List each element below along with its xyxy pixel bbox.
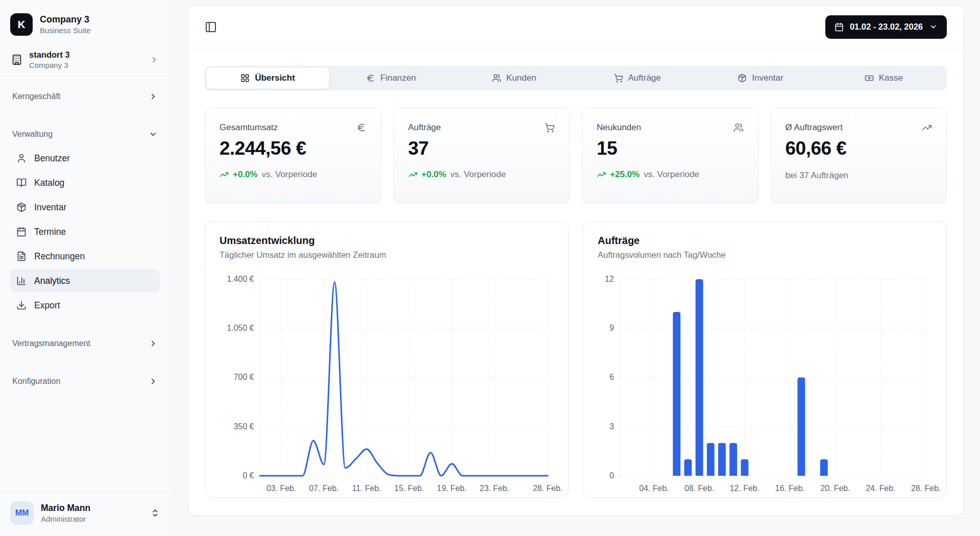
kpi-trend-value: +0.0% — [422, 169, 447, 180]
sidebar-item-label: Rechnungen — [34, 251, 85, 262]
svg-text:6: 6 — [609, 373, 614, 381]
package-icon — [738, 74, 747, 83]
sidebar: K Company 3 Business Suite standort 3 Co… — [0, 0, 170, 536]
svg-text:08. Feb.: 08. Feb. — [684, 484, 714, 493]
sidebar-toggle-button[interactable] — [205, 21, 217, 33]
orders-bar-chart: 03691204. Feb.08. Feb.12. Feb.16. Feb.20… — [598, 271, 932, 494]
svg-text:23. Feb.: 23. Feb. — [480, 484, 509, 493]
user-icon — [16, 153, 27, 163]
svg-text:28. Feb.: 28. Feb. — [533, 484, 562, 493]
location-company: Company 3 — [29, 61, 70, 69]
trending-up-icon — [922, 123, 932, 133]
euro-icon — [356, 123, 366, 133]
sidebar-item-label: Inventar — [34, 202, 66, 213]
location-switcher[interactable]: standort 3 Company 3 — [10, 49, 160, 70]
svg-text:0: 0 — [609, 471, 614, 480]
revenue-chart-card: Umsatzentwicklung Täglicher Umsatz im au… — [205, 221, 569, 498]
company-logo: K — [10, 13, 33, 36]
user-name: Mario Mann — [41, 503, 90, 514]
kpi-card-neukunden: Neukunden 15 +25.0% vs. Vorperiode — [582, 108, 758, 204]
banknote-icon — [865, 74, 874, 83]
sidebar-section-vertragsmanagement[interactable]: Vertragsmanagement — [10, 332, 160, 355]
svg-text:24. Feb.: 24. Feb. — [866, 484, 895, 493]
sidebar-item-label: Analytics — [34, 276, 70, 286]
charts-row: Umsatzentwicklung Täglicher Umsatz im au… — [205, 221, 947, 498]
main-area: 01.02 - 23.02, 2026 Übersicht Finanzen — [170, 0, 980, 536]
svg-text:1.050 €: 1.050 € — [227, 324, 254, 332]
sidebar-item-termine[interactable]: Termine — [10, 220, 160, 243]
chevron-right-icon — [150, 55, 159, 64]
svg-text:9: 9 — [609, 324, 614, 332]
chevron-down-icon — [929, 22, 938, 31]
cart-icon — [614, 74, 623, 83]
kpi-value: 15 — [597, 138, 744, 159]
tab-label: Übersicht — [255, 73, 295, 83]
kpi-trend-suffix: vs. Vorperiode — [262, 169, 317, 180]
svg-text:3: 3 — [609, 422, 614, 431]
section-label: Verwaltung — [12, 130, 53, 139]
trending-up-icon — [408, 170, 418, 179]
sidebar-item-export[interactable]: Export — [10, 294, 160, 317]
chevrons-up-down-icon — [151, 508, 160, 518]
tab-label: Aufträge — [628, 73, 661, 83]
svg-text:16. Feb.: 16. Feb. — [775, 484, 805, 493]
chart-subtitle: Auftragsvolumen nach Tag/Woche — [598, 250, 932, 260]
sidebar-section-verwaltung[interactable]: Verwaltung — [10, 123, 160, 145]
sidebar-item-inventar[interactable]: Inventar — [10, 196, 160, 219]
tab-label: Kasse — [879, 73, 903, 83]
sidebar-item-label: Benutzer — [34, 153, 70, 164]
sidebar-item-analytics[interactable]: Analytics — [10, 269, 160, 293]
calendar-icon — [835, 22, 844, 32]
svg-text:04. Feb.: 04. Feb. — [639, 484, 669, 493]
download-icon — [16, 300, 27, 310]
sidebar-section-konfiguration[interactable]: Konfiguration — [10, 370, 160, 393]
section-label: Vertragsmanagement — [12, 339, 90, 348]
kpi-card-auftragswert: Ø Auftragswert 60,66 € bei 37 Aufträgen — [771, 108, 947, 204]
revenue-line-chart: 0 €350 €700 €1.050 €1.400 €03. Feb.07. F… — [219, 271, 554, 494]
tab-kunden[interactable]: Kunden — [453, 67, 576, 89]
tab-finanzen[interactable]: Finanzen — [329, 67, 452, 89]
tab-inventar[interactable]: Inventar — [699, 67, 822, 89]
chart-title: Umsatzentwicklung — [219, 235, 554, 247]
svg-text:11. Feb.: 11. Feb. — [352, 484, 381, 493]
sidebar-item-rechnungen[interactable]: Rechnungen — [10, 245, 160, 268]
section-label: Kerngeschäft — [12, 92, 60, 101]
user-menu[interactable]: MM Mario Mann Administrator — [0, 492, 170, 536]
chevron-right-icon — [149, 339, 158, 348]
sidebar-nav: Benutzer Katalog Inventar Termine Rechnu… — [10, 147, 160, 317]
avatar: MM — [10, 501, 34, 525]
euro-icon — [366, 74, 375, 83]
sidebar-divider — [0, 80, 170, 80]
date-range-picker[interactable]: 01.02 - 23.02, 2026 — [825, 15, 947, 39]
panel-left-icon — [205, 21, 217, 33]
chart-subtitle: Täglicher Umsatz im ausgewählten Zeitrau… — [219, 250, 554, 260]
svg-text:12: 12 — [605, 275, 614, 283]
svg-text:700 €: 700 € — [234, 373, 254, 381]
book-open-icon — [16, 178, 27, 188]
kpi-cards-row: Gesamtumsatz 2.244,56 € +0.0% vs. Vorper… — [205, 108, 947, 204]
panel-content: Übersicht Finanzen Kunden Aufträge — [188, 48, 963, 498]
dashboard-tabs: Übersicht Finanzen Kunden Aufträge — [205, 66, 947, 90]
location-name: standort 3 — [29, 50, 70, 60]
section-label: Konfiguration — [12, 377, 60, 386]
svg-text:07. Feb.: 07. Feb. — [309, 484, 339, 493]
tab-kasse[interactable]: Kasse — [822, 67, 945, 89]
tab-uebersicht[interactable]: Übersicht — [206, 67, 329, 89]
kpi-subtext: bei 37 Aufträgen — [786, 170, 933, 181]
kpi-card-gesamtumsatz: Gesamtumsatz 2.244,56 € +0.0% vs. Vorper… — [205, 108, 381, 204]
trending-up-icon — [597, 170, 606, 179]
svg-text:1.400 €: 1.400 € — [227, 275, 254, 283]
company-name: Company 3 — [40, 14, 90, 25]
kpi-title: Ø Auftragswert — [786, 123, 843, 133]
kpi-value: 2.244,56 € — [219, 138, 366, 159]
calendar-icon — [16, 227, 27, 237]
svg-text:12. Feb.: 12. Feb. — [730, 484, 760, 493]
sidebar-section-kerngeschaeft[interactable]: Kerngeschäft — [10, 85, 160, 108]
chevron-down-icon — [149, 130, 158, 139]
sidebar-item-benutzer[interactable]: Benutzer — [10, 147, 160, 170]
sidebar-item-katalog[interactable]: Katalog — [10, 171, 160, 194]
sidebar-item-label: Katalog — [34, 178, 64, 188]
kpi-title: Gesamtumsatz — [219, 123, 278, 133]
company-header: K Company 3 Business Suite — [10, 0, 160, 36]
tab-auftraege[interactable]: Aufträge — [576, 67, 699, 89]
